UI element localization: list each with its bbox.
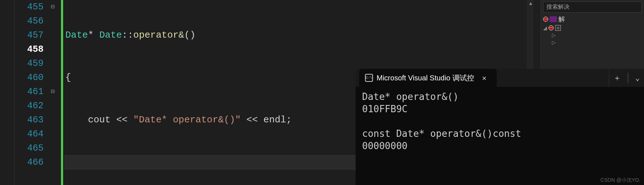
fold-icon[interactable]: ⊟ xyxy=(51,85,55,99)
code-line[interactable]: Date* Date::operator&() xyxy=(65,28,533,42)
breakpoint-margin[interactable] xyxy=(0,0,15,185)
line-number: 456 xyxy=(15,14,44,28)
tree-row-item[interactable]: ▷ xyxy=(541,31,644,39)
watermark: CSDN @小沈YO. xyxy=(600,177,640,184)
vs-solution-icon xyxy=(550,16,557,22)
terminal-output[interactable]: Date* operator&() 010FFB9C const Date* o… xyxy=(356,87,644,156)
terminal-icon: C:\ xyxy=(365,74,373,82)
stop-icon xyxy=(543,17,548,22)
line-number: 464 xyxy=(15,127,44,141)
stop-icon xyxy=(549,25,554,30)
expand-icon[interactable]: ◢ xyxy=(543,25,547,31)
tree-row-solution[interactable]: 解 xyxy=(541,14,644,24)
project-icon: + xyxy=(555,25,561,31)
line-number: 455 xyxy=(15,0,44,14)
line-number: 460 xyxy=(15,71,44,85)
chevron-down-icon[interactable]: ⌄ xyxy=(631,73,644,83)
close-icon[interactable]: ✕ xyxy=(478,73,491,83)
fold-area[interactable]: ⊟ ⊟ xyxy=(51,0,61,185)
line-number: 461 xyxy=(15,85,44,99)
search-input[interactable]: 搜索解决 xyxy=(543,1,642,13)
tree-label: 解 xyxy=(558,15,565,24)
line-number: 459 xyxy=(15,56,44,71)
line-number-gutter: 455 456 457 458 459 460 461 462 463 464 … xyxy=(15,0,51,185)
line-number: 457 xyxy=(15,28,44,42)
solution-explorer-panel[interactable]: 搜索解决 解 ◢ + ▷ ▷ xyxy=(541,0,644,69)
terminal-controls: ＋ │ ⌄ xyxy=(609,69,644,87)
terminal-title: Microsoft Visual Studio 调试控 xyxy=(377,73,474,83)
line-number: 463 xyxy=(15,113,44,127)
line-number: 466 xyxy=(15,155,44,169)
line-number: 465 xyxy=(15,141,44,155)
line-number: 462 xyxy=(15,99,44,113)
scroll-up-icon[interactable]: ▲ xyxy=(529,1,532,7)
terminal-tab[interactable]: C:\ Microsoft Visual Studio 调试控 ✕ xyxy=(359,69,497,87)
line-number-active: 458 xyxy=(15,42,44,56)
collapse-icon[interactable]: ▷ xyxy=(552,39,556,45)
fold-icon[interactable]: ⊟ xyxy=(51,0,55,14)
collapse-icon[interactable]: ▷ xyxy=(552,32,556,38)
terminal-titlebar[interactable]: C:\ Microsoft Visual Studio 调试控 ✕ ＋ │ ⌄ xyxy=(356,69,644,87)
tree-row-item[interactable]: ▷ xyxy=(541,39,644,46)
new-tab-icon[interactable]: ＋ xyxy=(609,73,625,83)
debug-console-window[interactable]: C:\ Microsoft Visual Studio 调试控 ✕ ＋ │ ⌄ … xyxy=(356,69,644,185)
tree-row-project[interactable]: ◢ + xyxy=(541,24,644,31)
